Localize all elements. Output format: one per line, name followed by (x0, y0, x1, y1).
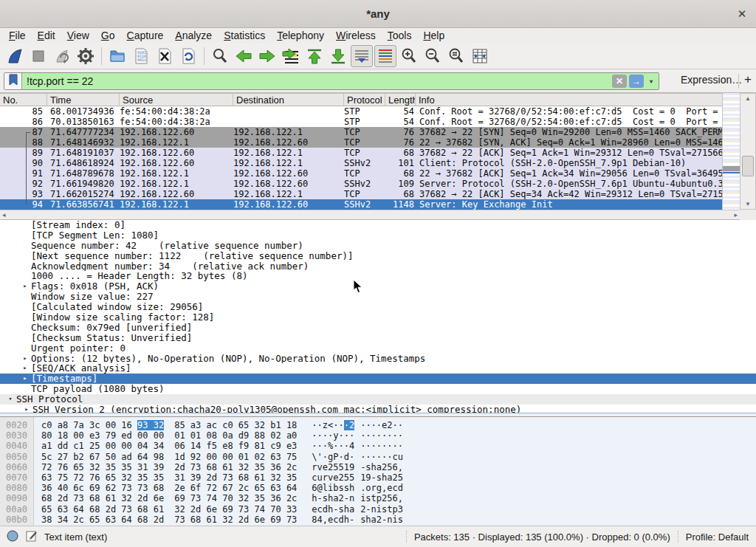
menu-item[interactable]: Wireless (330, 28, 382, 43)
packet-row[interactable]: 88 71.648146932 192.168.122.1 192.168.12… (0, 137, 722, 148)
detail-line[interactable]: Urgent pointer: 0 (0, 343, 756, 354)
filter-clear-button[interactable]: ✕ (612, 75, 627, 88)
detail-line[interactable]: Checksum: 0x79ed [unverified] (0, 323, 756, 333)
window-titlebar[interactable]: *any ✕ (0, 0, 756, 28)
menu-item[interactable]: Edit (32, 28, 61, 43)
expand-arrow-icon[interactable]: ▾ (4, 394, 16, 405)
hex-row[interactable]: 0090 68 2d 73 68 61 32 2d 6e 69 73 74 70… (0, 493, 756, 503)
filter-input[interactable] (22, 75, 612, 87)
capture-comment-icon[interactable] (25, 529, 38, 545)
column-header[interactable]: Time (47, 94, 120, 106)
expand-arrow-icon[interactable]: ▸ (19, 363, 31, 374)
column-header[interactable]: No. (0, 94, 47, 106)
column-header[interactable]: Protocol (344, 94, 385, 106)
detail-line[interactable]: Acknowledgment number: 34 (relative ack … (0, 261, 756, 272)
scroll-left-icon[interactable]: ◂ (2, 211, 6, 219)
expand-arrow-icon[interactable] (19, 292, 31, 302)
expand-arrow-icon[interactable] (19, 251, 31, 261)
hex-row[interactable]: 0060 72 76 65 32 35 35 31 39 2d 73 68 61… (0, 462, 756, 472)
expand-arrow-icon[interactable] (19, 220, 31, 230)
packet-row[interactable]: 86 70.013850163 fe:54:00:d4:38:2a STP 54… (0, 117, 722, 127)
hex-row[interactable]: 00a0 65 63 64 68 2d 73 68 61 32 2d 6e 69… (0, 504, 756, 515)
hex-row[interactable]: 00b0 38 34 2c 65 63 64 68 2d 73 68 61 32… (0, 515, 756, 525)
scroll-right-icon[interactable]: ▸ (734, 211, 738, 219)
packet-row[interactable]: 90 71.648618924 192.168.122.60 192.168.1… (0, 158, 722, 168)
window-close-button[interactable]: ✕ (734, 6, 750, 22)
expert-info-icon[interactable] (6, 529, 19, 545)
go-forward-button[interactable] (256, 45, 278, 67)
detail-line[interactable]: [Stream index: 0] (0, 220, 756, 230)
profile-label[interactable]: Profile: Default (686, 531, 756, 543)
stop-capture-button[interactable] (27, 45, 49, 67)
capture-options-button[interactable] (75, 45, 97, 67)
menu-item[interactable]: Go (95, 28, 121, 43)
menu-item[interactable]: File (3, 28, 32, 43)
detail-line[interactable]: [Next sequence number: 1122 (relative se… (0, 251, 756, 261)
find-packet-button[interactable] (209, 45, 231, 67)
expand-arrow-icon[interactable]: ▸ (21, 405, 32, 413)
packet-row[interactable]: 89 71.648191037 192.168.122.60 192.168.1… (0, 148, 722, 158)
menu-item[interactable]: Help (417, 28, 450, 43)
expand-arrow-icon[interactable] (19, 343, 31, 354)
auto-scroll-toggle[interactable] (351, 45, 373, 67)
packet-list-hscrollbar[interactable]: ◂ ▸ (0, 210, 740, 220)
detail-line[interactable]: 1000 .... = Header Length: 32 bytes (8) (0, 271, 756, 281)
go-first-button[interactable] (303, 45, 326, 67)
packet-row[interactable]: 87 71.647777234 192.168.122.60 192.168.1… (0, 127, 722, 137)
menu-item[interactable]: Telephony (271, 28, 330, 43)
filter-apply-button[interactable]: → (629, 75, 644, 88)
menu-item[interactable]: Analyze (169, 28, 218, 43)
packet-row[interactable]: 85 68.001734936 fe:54:00:d4:38:2a STP 54… (0, 106, 722, 117)
scrollbar-thumb[interactable] (742, 156, 754, 176)
expand-arrow-icon[interactable]: ▸ (19, 374, 31, 384)
save-file-button[interactable]: 010101100011 (130, 45, 152, 67)
display-filter-field[interactable]: ✕ → ▾ (4, 72, 659, 90)
expression-button[interactable]: Expression… (681, 74, 742, 86)
reload-file-button[interactable] (177, 45, 199, 67)
column-header[interactable]: Destination (233, 94, 344, 106)
menu-item[interactable]: View (61, 28, 95, 43)
hex-row[interactable]: 0030 80 18 00 e3 79 ed 00 00 01 01 08 0a… (0, 430, 756, 441)
menu-item[interactable]: Capture (121, 28, 170, 43)
filter-bookmark-button[interactable] (4, 73, 22, 89)
expand-arrow-icon[interactable]: ▸ (19, 281, 31, 292)
resize-columns-button[interactable] (469, 45, 491, 67)
expand-arrow-icon[interactable] (19, 230, 31, 241)
detail-line[interactable]: ▸ [SEQ/ACK analysis] (0, 363, 756, 374)
packet-list-scrollbar[interactable]: ▲ ▼ (740, 93, 756, 210)
go-to-packet-button[interactable] (280, 45, 302, 67)
expand-arrow-icon[interactable] (19, 333, 31, 343)
packet-row[interactable]: 94 71.663856741 192.168.122.1 192.168.12… (0, 199, 722, 210)
expand-arrow-icon[interactable]: ▸ (19, 354, 31, 364)
detail-line[interactable]: ▸ Options: (12 bytes), No-Operation (NOP… (0, 354, 756, 364)
expand-arrow-icon[interactable] (19, 384, 31, 394)
hex-row[interactable]: 0050 5c 27 b2 67 50 ad 64 98 1d 92 00 00… (0, 452, 756, 462)
open-file-button[interactable] (106, 45, 128, 67)
hex-row[interactable]: 0070 63 75 72 76 65 32 35 35 31 39 2d 73… (0, 472, 756, 483)
add-filter-button[interactable]: + (744, 72, 752, 87)
scroll-down-icon[interactable]: ▼ (740, 201, 755, 207)
scroll-up-icon[interactable]: ▲ (740, 95, 755, 102)
expand-arrow-icon[interactable] (19, 302, 31, 312)
start-capture-button[interactable] (4, 45, 26, 67)
go-last-button[interactable] (327, 45, 349, 67)
detail-line[interactable]: Sequence number: 42 (relative sequence n… (0, 241, 756, 251)
menu-item[interactable]: Tools (382, 28, 418, 43)
hex-row[interactable]: 0020 c0 a8 7a 3c 00 16 93 32 85 a3 ac c0… (0, 420, 756, 430)
detail-line[interactable]: [Calculated window size: 29056] (0, 302, 756, 312)
detail-line[interactable]: [Window size scaling factor: 128] (0, 312, 756, 323)
packet-row[interactable]: 92 71.661949820 192.168.122.1 192.168.12… (0, 179, 722, 189)
column-header[interactable]: Info (416, 94, 740, 106)
detail-line[interactable]: [TCP Segment Len: 1080] (0, 230, 756, 241)
expand-arrow-icon[interactable] (19, 241, 31, 251)
go-back-button[interactable] (233, 45, 255, 67)
packet-row[interactable]: 93 71.662015274 192.168.122.60 192.168.1… (0, 189, 722, 199)
detail-line[interactable]: ▸ SSH Version 2 (encryption:chacha20-pol… (0, 405, 756, 413)
hex-row[interactable]: 0040 a1 dd c1 25 00 00 04 34 06 14 f5 e8… (0, 441, 756, 451)
restart-capture-button[interactable] (51, 45, 73, 67)
detail-line[interactable]: ▾ SSH Protocol (0, 394, 756, 405)
zoom-out-button[interactable] (422, 45, 444, 67)
zoom-reset-button[interactable] (445, 45, 467, 67)
detail-line[interactable]: Window size value: 227 (0, 292, 756, 302)
detail-line[interactable]: ▸ Flags: 0x018 (PSH, ACK) (0, 281, 756, 292)
